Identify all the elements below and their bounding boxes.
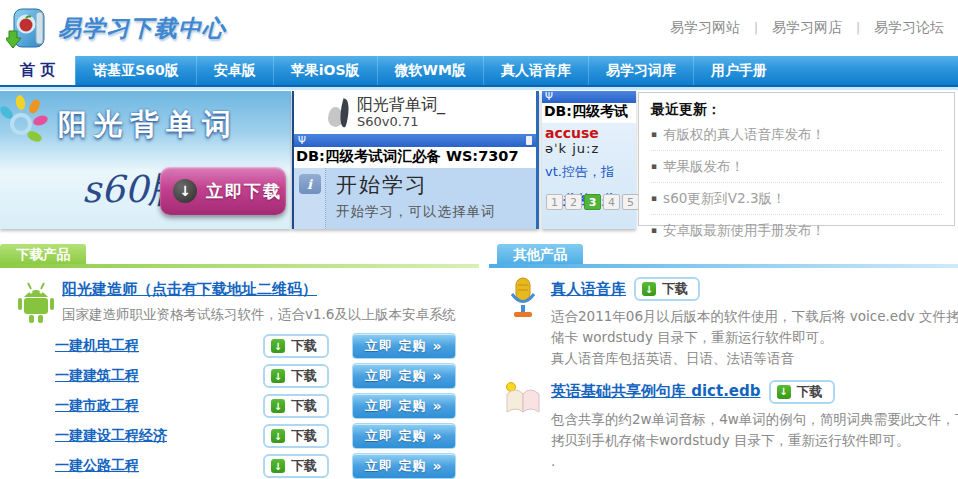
link-yixuexi-shop[interactable]: 易学习网店: [772, 19, 842, 37]
nav-item-ios[interactable]: 苹果iOS版: [273, 56, 377, 85]
phone2-db-line: DB:四级考试: [542, 103, 636, 123]
update-text: 安卓版最新使用手册发布！: [663, 222, 825, 238]
site-logo[interactable]: 易学习下载中心: [6, 4, 226, 52]
page-4[interactable]: 4: [603, 194, 620, 210]
page-2[interactable]: 2: [565, 194, 582, 210]
update-item[interactable]: ▪苹果版发布！: [651, 151, 942, 183]
order-now-button[interactable]: 立即 定购»: [352, 333, 456, 359]
android-icon: [13, 280, 59, 326]
link-yixuexi-site[interactable]: 易学习网站: [670, 19, 740, 37]
order-now-button[interactable]: 立即 定购»: [352, 363, 456, 389]
page-header: 易学习下载中心 易学习网站 | 易学习网店 | 易学习论坛: [0, 0, 958, 56]
link-separator: |: [754, 21, 758, 35]
update-item[interactable]: ▪s60更新到V2.3版！: [651, 183, 942, 215]
link-voice-library[interactable]: 真人语音库: [551, 280, 626, 299]
download-button[interactable]: ↓下载: [263, 424, 329, 448]
link-sentence-library[interactable]: 英语基础共享例句库 dict.edb: [551, 382, 761, 401]
link-jianzaoshi[interactable]: 阳光建造师（点击有下载地址二维码）: [62, 280, 317, 298]
chevron-right-icon: »: [433, 338, 443, 354]
order-label: 立即 定购: [365, 397, 427, 415]
order-label: 立即 定购: [365, 367, 427, 385]
sun-logo-icon: [2, 95, 50, 147]
page-1[interactable]: 1: [546, 194, 563, 210]
order-now-button[interactable]: 立即 定购»: [352, 453, 456, 479]
nav-item-voice-library[interactable]: 真人语音库: [483, 56, 588, 85]
bullet-icon: ▪: [651, 129, 657, 139]
chevron-right-icon: »: [433, 428, 443, 444]
download-label: 下载: [291, 457, 317, 475]
nav-item-nokia-s60[interactable]: 诺基亚S60版: [75, 56, 196, 85]
nav-item-home[interactable]: 首 页: [0, 56, 75, 85]
banner-pagination: 1 2 3 4 5: [546, 194, 639, 210]
order-label: 立即 定购: [365, 337, 427, 355]
main-nav: 首 页 诺基亚S60版 安卓版 苹果iOS版 微软WM版 真人语音库 易学习词库…: [0, 56, 958, 87]
banner-title: 阳光背单词: [58, 105, 238, 145]
download-label: 下载: [797, 383, 823, 401]
phone1-db-line: DB:四级考试词汇必备 WS:7307: [294, 147, 536, 168]
phone-screenshot-1: 阳光背单词_ S60v0.71 Ψ DB:四级考试词汇必备 WS:7307 i …: [292, 91, 539, 229]
order-now-button[interactable]: 立即 定购»: [352, 423, 456, 449]
voice-desc-line: 适合2011年06月以后版本的软件使用，下载后将 voice.edv 文件拷: [551, 306, 958, 327]
download-button[interactable]: ↓下载: [634, 277, 700, 301]
update-item[interactable]: ▪有版权的真人语音库发布！: [651, 119, 942, 151]
update-text: 有版权的真人语音库发布！: [663, 126, 825, 142]
content-area: 下载产品 阳光建造师（点击有下载地址二维码） 国家建造师职业资格考试练习软件，适…: [0, 244, 958, 479]
banner-row: 阳光背单词 s60版 ↓ 立即下载 阳光背单词_ S60v0.71 Ψ DB:四…: [0, 90, 958, 229]
backpack-download-icon: [6, 4, 52, 52]
chevron-right-icon: »: [433, 398, 443, 414]
download-row: 一建机电工程 ↓下载 立即 定购»: [0, 332, 479, 362]
download-arrow-icon: ↓: [173, 179, 197, 203]
chevron-right-icon: »: [433, 458, 443, 474]
product-dict-tool: W 阳光背单词词库制作工具 UTF8 ↓下载: [489, 474, 958, 479]
app-logo-icon: [328, 99, 349, 127]
chevron-right-icon: »: [433, 368, 443, 384]
banner-download-label: 立即下载: [206, 180, 282, 203]
download-row: 一建建筑工程 ↓下载 立即 定购»: [0, 362, 479, 392]
download-label: 下载: [662, 280, 688, 298]
recent-updates-box: 最近更新： ▪有版权的真人语音库发布！ ▪苹果版发布！ ▪s60更新到V2.3版…: [638, 92, 955, 226]
page-5[interactable]: 5: [622, 194, 639, 210]
nav-item-manual[interactable]: 用户手册: [693, 56, 784, 85]
link-yixuexi-forum[interactable]: 易学习论坛: [874, 19, 944, 37]
update-text: s60更新到V2.3版！: [663, 190, 785, 206]
order-label: 立即 定购: [365, 457, 427, 475]
sentence-desc-line: 包含共享的约2w单词音标，4w单词的例句，简明词典需要此文件，下: [551, 409, 958, 430]
order-label: 立即 定购: [365, 427, 427, 445]
download-button[interactable]: ↓下载: [263, 364, 329, 388]
download-button[interactable]: ↓下载: [263, 454, 329, 478]
battery-icon: [526, 136, 532, 145]
download-arrow-icon: ↓: [271, 429, 285, 443]
update-item[interactable]: ▪安卓版最新使用手册发布！: [651, 215, 942, 246]
dictionary-phonetic: əˈk ju:z: [545, 141, 636, 156]
link-yijian-gonglu[interactable]: 一建公路工程: [55, 457, 139, 475]
download-button[interactable]: ↓下载: [769, 380, 835, 404]
phone1-menu-item: 开始学习: [336, 171, 496, 199]
banner-download-button[interactable]: ↓ 立即下载: [160, 167, 286, 215]
download-label: 下载: [291, 337, 317, 355]
nav-item-android[interactable]: 安卓版: [196, 56, 273, 85]
sentence-desc-line: .: [551, 451, 958, 472]
update-text: 苹果版发布！: [663, 158, 744, 174]
voice-desc-line: 储卡 wordstudy 目录下，重新运行软件即可。: [551, 327, 958, 348]
link-yijian-jingji[interactable]: 一建建设工程经济: [55, 427, 167, 445]
link-yijian-jidian[interactable]: 一建机电工程: [55, 337, 139, 355]
link-yijian-jianzhu[interactable]: 一建建筑工程: [55, 367, 139, 385]
product-voice-library: 真人语音库 ↓下载 适合2011年06月以后版本的软件使用，下载后将 voice…: [489, 268, 958, 371]
download-button[interactable]: ↓下载: [263, 334, 329, 358]
download-arrow-icon: ↓: [642, 282, 656, 296]
download-label: 下载: [291, 397, 317, 415]
product-jianzaoshi: 阳光建造师（点击有下载地址二维码） 国家建造师职业资格考试练习软件，适合v1.6…: [0, 268, 479, 332]
link-yijian-shizheng[interactable]: 一建市政工程: [55, 397, 139, 415]
nav-item-wm[interactable]: 微软WM版: [377, 56, 483, 85]
nav-item-dictionary[interactable]: 易学习词库: [588, 56, 693, 85]
tab-other-products: 其他产品: [497, 244, 583, 264]
app-version: S60v0.71: [357, 114, 445, 129]
dictionary-word: accuse: [545, 125, 636, 141]
order-now-button[interactable]: 立即 定购»: [352, 393, 456, 419]
page-3-active[interactable]: 3: [584, 194, 601, 210]
download-arrow-icon: ↓: [271, 369, 285, 383]
others-column: 其他产品 真人语音库 ↓下载 适合2011年06月以后版本的软件使用，下载后将 …: [489, 244, 958, 479]
microphone-icon: [503, 277, 543, 319]
download-arrow-icon: ↓: [271, 399, 285, 413]
download-button[interactable]: ↓下载: [263, 394, 329, 418]
